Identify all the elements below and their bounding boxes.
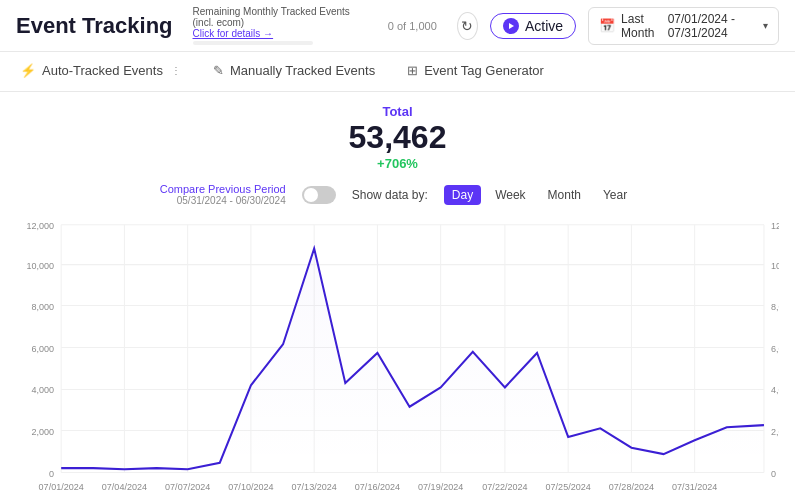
x-label-6: 07/19/2024: [418, 481, 463, 491]
x-label-4: 07/13/2024: [292, 481, 337, 491]
page-title: Event Tracking: [16, 13, 173, 39]
tab-event-tag-generator-label: Event Tag Generator: [424, 63, 544, 78]
chart-svg-wrapper: 0 2,000 4,000 6,000 8,000 10,000 12,000 …: [0, 214, 795, 502]
compare-toggle[interactable]: [302, 186, 336, 204]
date-range-picker[interactable]: 📅 Last Month 07/01/2024 - 07/31/2024 ▾: [588, 7, 779, 45]
x-label-10: 07/31/2024: [672, 481, 717, 491]
calendar-icon: 📅: [599, 18, 615, 33]
main-container: Event Tracking Remaining Monthly Tracked…: [0, 0, 795, 502]
y-label-right-6k: 6,000: [771, 344, 779, 354]
refresh-button[interactable]: ↻: [457, 12, 478, 40]
y-label-right-10k: 10,000: [771, 261, 779, 271]
progress-bar-container: [193, 41, 313, 45]
x-label-0: 07/01/2024: [39, 481, 84, 491]
chart-area-fill: [61, 248, 764, 472]
x-label-1: 07/04/2024: [102, 481, 147, 491]
y-label-right-0: 0: [771, 468, 776, 478]
more-icon: ⋮: [171, 65, 181, 76]
total-value: 53,462: [0, 119, 795, 156]
x-label-9: 07/28/2024: [609, 481, 654, 491]
date-range-label: Last Month: [621, 12, 662, 40]
y-label-right-8k: 8,000: [771, 302, 779, 312]
compare-period: Compare Previous Period 05/31/2024 - 06/…: [160, 183, 286, 206]
day-button[interactable]: Day: [444, 185, 481, 205]
tab-manually-tracked-label: Manually Tracked Events: [230, 63, 375, 78]
y-label-right-2k: 2,000: [771, 426, 779, 436]
tab-event-tag-generator[interactable]: ⊞ Event Tag Generator: [391, 52, 560, 92]
x-label-8: 07/25/2024: [546, 481, 591, 491]
y-label-4k: 4,000: [32, 384, 55, 394]
year-button[interactable]: Year: [595, 185, 635, 205]
tabs-bar: ⚡ Auto-Tracked Events ⋮ ✎ Manually Track…: [0, 52, 795, 92]
data-buttons-group: Day Week Month Year: [444, 185, 635, 205]
play-icon: [503, 18, 519, 34]
y-label-right-12k: 12,000: [771, 221, 779, 231]
pencil-icon: ✎: [213, 63, 224, 78]
date-range-value: 07/01/2024 - 07/31/2024: [668, 12, 757, 40]
chart-header: Total 53,462 +706%: [0, 92, 795, 175]
line-chart: 0 2,000 4,000 6,000 8,000 10,000 12,000 …: [16, 214, 779, 494]
week-button[interactable]: Week: [487, 185, 533, 205]
y-label-2k: 2,000: [32, 426, 55, 436]
total-label: Total: [0, 104, 795, 119]
y-label-10k: 10,000: [27, 261, 55, 271]
y-label-0: 0: [49, 468, 54, 478]
compare-date-range: 05/31/2024 - 06/30/2024: [177, 195, 286, 206]
tab-auto-tracked-label: Auto-Tracked Events: [42, 63, 163, 78]
x-label-7: 07/22/2024: [482, 481, 527, 491]
tab-auto-tracked[interactable]: ⚡ Auto-Tracked Events ⋮: [16, 52, 197, 92]
x-label-5: 07/16/2024: [355, 481, 400, 491]
monthly-events-info: Remaining Monthly Tracked Events (incl. …: [193, 6, 368, 45]
click-details-link[interactable]: Click for details →: [193, 28, 368, 39]
toggle-knob: [304, 188, 318, 202]
events-count: 0 of 1,000: [388, 20, 437, 32]
monthly-label: Remaining Monthly Tracked Events (incl. …: [193, 6, 368, 28]
month-button[interactable]: Month: [540, 185, 589, 205]
x-label-3: 07/10/2024: [228, 481, 273, 491]
show-data-label: Show data by:: [352, 188, 428, 202]
y-label-8k: 8,000: [32, 302, 55, 312]
header: Event Tracking Remaining Monthly Tracked…: [0, 0, 795, 52]
y-label-12k: 12,000: [27, 221, 55, 231]
total-change: +706%: [0, 156, 795, 171]
y-label-right-4k: 4,000: [771, 384, 779, 394]
tab-manually-tracked[interactable]: ✎ Manually Tracked Events: [197, 52, 391, 92]
tag-icon: ⊞: [407, 63, 418, 78]
compare-label-text: Compare Previous Period: [160, 183, 286, 195]
auto-track-icon: ⚡: [20, 63, 36, 78]
x-label-2: 07/07/2024: [165, 481, 210, 491]
chart-area: Total 53,462 +706% Compare Previous Peri…: [0, 92, 795, 502]
header-right: ↻ Active 📅 Last Month 07/01/2024 - 07/31…: [457, 7, 779, 45]
y-label-6k: 6,000: [32, 344, 55, 354]
chevron-down-icon: ▾: [763, 20, 768, 31]
active-status-badge[interactable]: Active: [490, 13, 576, 39]
chart-controls: Compare Previous Period 05/31/2024 - 06/…: [0, 175, 795, 214]
active-label: Active: [525, 18, 563, 34]
